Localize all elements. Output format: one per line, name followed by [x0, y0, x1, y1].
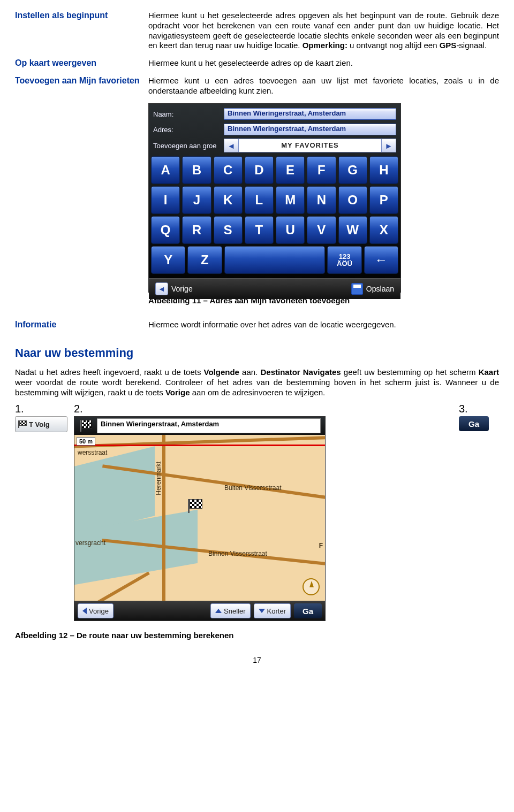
txt: geeft uw bestemming op het scherm — [341, 367, 479, 377]
desc-favorieten: Hiermee kunt u een adres toevoegen aan u… — [148, 76, 499, 96]
step-2: 2. — [74, 403, 459, 415]
opslaan-button[interactable]: Opslaan — [345, 279, 400, 299]
adres-input[interactable]: Binnen Wieringerstraat, Amsterdam — [224, 124, 396, 135]
key-k[interactable]: K — [214, 186, 243, 214]
key-z[interactable]: Z — [187, 246, 222, 274]
bold-vorige: Vorige — [165, 388, 190, 397]
naam-label: Naam: — [153, 110, 224, 118]
korter-label: Korter — [267, 607, 286, 615]
key-q[interactable]: Q — [151, 216, 180, 244]
t-volg-label: T Volg — [29, 420, 50, 428]
group-label: Toevoegen aan groe — [153, 142, 224, 150]
page-number: 17 — [15, 656, 499, 664]
heading-naar-bestemming: Naar uw bestemming — [15, 346, 499, 360]
map-ga-button[interactable]: Ga — [294, 603, 322, 618]
para-bestemming: Nadat u het adres heeft ingevoerd, raakt… — [15, 367, 499, 397]
key-x[interactable]: X — [369, 216, 398, 244]
key-w[interactable]: W — [338, 216, 367, 244]
key-r[interactable]: R — [182, 216, 211, 244]
term-informatie: Informatie — [15, 320, 56, 329]
map-vorige-button[interactable]: Vorige — [78, 603, 114, 618]
term-favorieten: Toevoegen aan Mijn favorieten — [15, 76, 140, 85]
keyboard: A B C D E F G H I J K L M N O P — [149, 156, 400, 278]
favorites-screenshot: Naam: Binnen Wieringerstraat, Amsterdam … — [148, 103, 401, 293]
label-buiten: Buiten Vissersstraat — [224, 484, 282, 492]
back-arrow-icon: ◄ — [155, 282, 168, 295]
key-a[interactable]: A — [151, 156, 180, 184]
key-i[interactable]: I — [151, 186, 180, 214]
up-arrow-icon — [215, 609, 222, 613]
key-backspace-icon[interactable]: ← — [364, 246, 398, 274]
key-e[interactable]: E — [276, 156, 305, 184]
step-3: 3. — [459, 403, 499, 415]
key-space[interactable] — [224, 246, 326, 274]
sneller-label: Sneller — [224, 607, 245, 615]
term-opkaart: Op kaart weergeven — [15, 58, 96, 67]
caption-12: Afbeelding 12 – De route naar uw bestemm… — [15, 631, 499, 640]
adres-label: Adres: — [153, 126, 224, 134]
label-binnen: Binnen Vissersstraat — [208, 550, 267, 557]
group-next-icon[interactable]: ► — [381, 139, 396, 152]
vorige-button[interactable]: ◄ Vorige — [149, 279, 199, 299]
label-wersstraat: wersstraat — [78, 449, 107, 456]
bold-volgende: Volgende — [204, 367, 239, 377]
key-j[interactable]: J — [182, 186, 211, 214]
key-l[interactable]: L — [245, 186, 274, 214]
key-h[interactable]: H — [369, 156, 398, 184]
compass-icon — [303, 578, 320, 595]
bold-destinator: Destinator Navigates — [260, 367, 341, 377]
key-n[interactable]: N — [307, 186, 336, 214]
bold-gps: GPS — [440, 41, 457, 50]
label-herenmarkt: Herenmarkt — [155, 462, 162, 495]
key-v[interactable]: V — [307, 216, 336, 244]
sneller-button[interactable]: Sneller — [210, 603, 250, 618]
key-m[interactable]: M — [276, 186, 305, 214]
map-screenshot: Binnen Wieringerstraat, Amsterdam 50 m w… — [74, 416, 326, 621]
txt: aan. — [239, 367, 261, 377]
key-c[interactable]: C — [214, 156, 243, 184]
key-s[interactable]: S — [214, 216, 243, 244]
map-canvas[interactable]: 50 m wersstraat Herenmarkt Buiten Visser… — [74, 435, 326, 601]
key-t[interactable]: T — [245, 216, 274, 244]
txt: aan om de adresinvoeren te wijzigen. — [190, 388, 326, 397]
group-prev-icon[interactable]: ◄ — [224, 139, 239, 152]
key-b[interactable]: B — [182, 156, 211, 184]
label-versgracht: versgracht — [75, 539, 105, 547]
key-u[interactable]: U — [276, 216, 305, 244]
txt: Nadat u het adres heeft ingevoerd, raakt… — [15, 367, 204, 377]
ga-button[interactable]: Ga — [459, 416, 489, 431]
korter-button[interactable]: Korter — [254, 603, 291, 618]
key-g[interactable]: G — [338, 156, 367, 184]
key-o[interactable]: O — [338, 186, 367, 214]
t-volg-button[interactable]: T Volg — [15, 416, 67, 432]
group-value: MY FAVORITES — [239, 139, 381, 152]
down-arrow-icon — [259, 609, 265, 613]
naam-input[interactable]: Binnen Wieringerstraat, Amsterdam — [224, 108, 396, 120]
scale-badge: 50 m — [77, 437, 95, 446]
destination-flag-icon — [79, 420, 92, 432]
flag-icon — [18, 420, 27, 428]
save-disk-icon — [351, 283, 363, 295]
map-vorige-label: Vorige — [89, 607, 109, 615]
key-f[interactable]: F — [307, 156, 336, 184]
opslaan-label: Opslaan — [366, 285, 394, 293]
back-arrow-icon — [82, 608, 87, 614]
map-destination-flag-icon — [187, 499, 202, 513]
vorige-label: Vorige — [171, 285, 193, 293]
desc-informatie: Hiermee wordt informatie over het adres … — [148, 320, 499, 330]
bold-kaart: Kaart — [479, 367, 499, 377]
txt: -signaal. — [456, 41, 487, 50]
term-instellen: Instellen als beginpunt — [15, 11, 108, 20]
bold-opmerking: Opmerking: — [303, 41, 347, 50]
desc-opkaart: Hiermee kunt u het geselecteerde adres o… — [148, 58, 499, 68]
key-d[interactable]: D — [245, 156, 274, 184]
key-numbers[interactable]: 123 ÄÖÜ — [327, 246, 361, 274]
txt: u ontvangt nog altijd een — [347, 41, 440, 50]
desc-instellen: Hiermee kunt u het geselecteerde adres o… — [148, 11, 499, 51]
key-y[interactable]: Y — [151, 246, 185, 274]
label-f: F — [319, 542, 323, 549]
destination-address: Binnen Wieringerstraat, Amsterdam — [97, 418, 321, 433]
step-1: 1. — [15, 403, 74, 415]
key-p[interactable]: P — [369, 186, 398, 214]
